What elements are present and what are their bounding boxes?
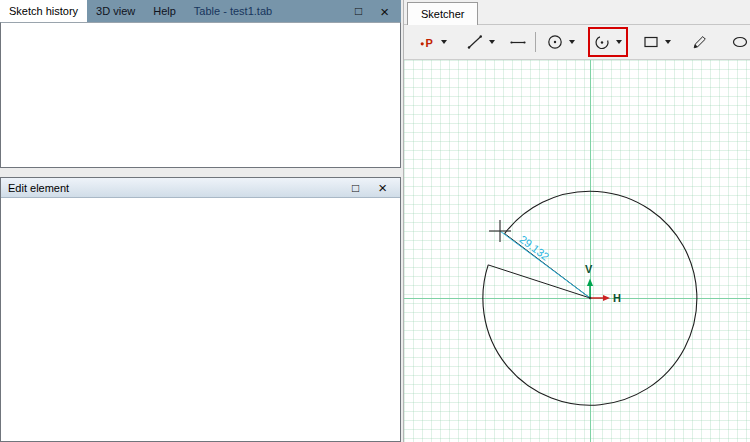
arc-tool-group-highlighted	[588, 27, 628, 57]
line-tool-group	[464, 31, 498, 53]
horizontal-line-tool-button[interactable]	[508, 31, 527, 53]
point-icon: P	[418, 33, 436, 51]
panel-window-buttons: □ ×	[355, 0, 401, 22]
svg-text:P: P	[426, 37, 433, 49]
tab-help[interactable]: Help	[144, 0, 185, 22]
app-window: Sketch history 3D view Help Table - test…	[0, 0, 750, 442]
point-tool-button[interactable]: P	[416, 31, 438, 53]
horizontal-line-icon	[509, 33, 527, 51]
sketcher-toolbar: P	[404, 25, 750, 59]
sketch-drawing: 29.132 H V	[404, 60, 750, 442]
tab-3d-view[interactable]: 3D view	[87, 0, 144, 22]
tab-table-test1[interactable]: Table - test1.tab	[185, 0, 281, 22]
maximize-icon[interactable]: □	[352, 182, 359, 194]
sketch-history-content	[0, 22, 401, 168]
ellipse-icon	[731, 33, 749, 51]
circle-tool-dropdown[interactable]	[566, 31, 578, 53]
line-tool-dropdown[interactable]	[486, 31, 498, 53]
chevron-down-icon	[569, 40, 575, 44]
h-axis-arrowhead	[603, 295, 610, 301]
toolbar-separator	[535, 32, 536, 52]
left-panel-tabbar: Sketch history 3D view Help Table - test…	[0, 0, 401, 22]
v-axis-arrowhead	[587, 279, 593, 287]
sketch-canvas[interactable]: 29.132 H V	[404, 59, 750, 442]
close-icon[interactable]: ×	[378, 180, 387, 195]
line-icon	[466, 33, 484, 51]
rectangle-icon	[642, 33, 660, 51]
sketcher-pane: Sketcher P	[403, 0, 750, 442]
chevron-down-icon	[616, 40, 622, 44]
spline-tool-button[interactable]	[690, 31, 709, 53]
h-axis-label: H	[613, 292, 621, 304]
circle-tool-button[interactable]	[544, 31, 566, 53]
line-tool-button[interactable]	[464, 31, 486, 53]
ellipse-tool-button[interactable]	[731, 31, 750, 53]
point-tool-dropdown[interactable]	[438, 31, 450, 53]
arc-end-radius-line	[488, 265, 590, 298]
tab-sketcher[interactable]: Sketcher	[407, 2, 478, 25]
chevron-down-icon	[489, 40, 495, 44]
arc-tool-dropdown[interactable]	[613, 31, 625, 53]
tab-sketch-history[interactable]: Sketch history	[0, 0, 87, 22]
edit-element-title: Edit element	[8, 182, 69, 194]
dimension-leader-line	[500, 231, 590, 298]
circle-tool-group	[544, 31, 578, 53]
arc-tool-button[interactable]	[591, 31, 613, 53]
chevron-down-icon	[665, 40, 671, 44]
rectangle-tool-dropdown[interactable]	[662, 31, 674, 53]
circle-icon	[546, 33, 564, 51]
v-axis-label: V	[585, 263, 593, 275]
crosshair-cursor	[489, 220, 511, 242]
sketch-history-panel: Sketch history 3D view Help Table - test…	[0, 0, 401, 168]
rectangle-tool-button[interactable]	[640, 31, 662, 53]
close-icon[interactable]: ×	[380, 4, 389, 19]
chevron-down-icon	[441, 40, 447, 44]
edit-element-header: Edit element □ ×	[1, 178, 400, 198]
arc-icon	[593, 33, 611, 51]
edit-element-panel: Edit element □ ×	[0, 177, 401, 442]
point-tool-group: P	[416, 31, 450, 53]
edit-window-buttons: □ ×	[352, 180, 393, 195]
pencil-icon	[691, 33, 709, 51]
origin-point	[589, 297, 592, 300]
rectangle-tool-group	[640, 31, 674, 53]
maximize-icon[interactable]: □	[355, 5, 362, 17]
